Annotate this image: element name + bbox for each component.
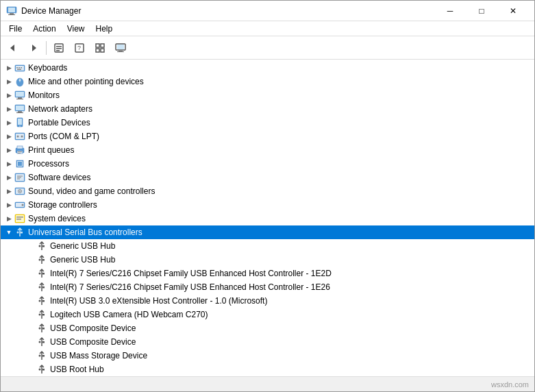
usb-host-icon-2 <box>36 282 47 293</box>
maximize-button[interactable]: □ <box>466 1 497 21</box>
usb-hub-icon-2 <box>36 254 47 265</box>
menu-view[interactable]: View <box>62 23 90 35</box>
svg-point-63 <box>22 204 24 206</box>
svg-rect-12 <box>96 44 99 47</box>
child-logitech-webcam[interactable]: Logitech USB Camera (HD Webcam C270) <box>1 308 534 321</box>
toolbar-properties[interactable] <box>49 39 69 57</box>
usb-composite-icon-1 <box>36 323 47 334</box>
content-wrapper: ▶ Keyboards ▶ <box>1 60 534 376</box>
close-button[interactable]: ✕ <box>497 1 529 21</box>
software-icon <box>14 172 25 183</box>
menu-help[interactable]: Help <box>90 23 119 35</box>
svg-rect-23 <box>18 67 20 69</box>
toolbar-scan[interactable] <box>90 39 110 57</box>
svg-rect-85 <box>42 341 45 343</box>
tree-item-print[interactable]: ▶ Print queues <box>1 143 534 157</box>
forward-icon <box>28 42 39 53</box>
child-label-8: USB Composite Device <box>50 335 136 349</box>
back-icon <box>8 42 18 53</box>
svg-point-28 <box>19 79 21 82</box>
toolbar-update[interactable]: ? <box>70 39 89 57</box>
menu-file[interactable]: File <box>3 23 27 35</box>
svg-rect-38 <box>18 119 22 125</box>
svg-rect-35 <box>18 111 22 112</box>
expand-arrow-sound[interactable]: ▶ <box>3 186 14 197</box>
sound-icon <box>14 186 25 197</box>
network-icon <box>14 103 25 114</box>
menu-action[interactable]: Action <box>27 23 61 35</box>
expand-arrow-keyboards[interactable]: ▶ <box>3 62 14 73</box>
expand-arrow-monitors[interactable]: ▶ <box>3 90 14 101</box>
device-tree[interactable]: ▶ Keyboards ▶ <box>1 60 534 376</box>
tree-item-usb[interactable]: ▼ Universal Serial Bus controllers <box>1 225 534 239</box>
processors-label: Processors <box>28 157 69 171</box>
svg-rect-79 <box>42 300 45 302</box>
child-usb-mass-storage[interactable]: USB Mass Storage Device <box>1 349 534 363</box>
usb-composite-icon-2 <box>36 336 47 347</box>
expand-arrow-ports[interactable]: ▶ <box>3 131 14 142</box>
tree-item-system[interactable]: ▶ System devices <box>1 212 534 225</box>
svg-rect-34 <box>16 106 24 110</box>
toolbar-back[interactable] <box>3 39 23 57</box>
svg-rect-9 <box>56 50 60 51</box>
expand-arrow-software[interactable]: ▶ <box>3 172 14 183</box>
child-intel-1e26[interactable]: Intel(R) 7 Series/C216 Chipset Family US… <box>1 280 534 294</box>
tree-item-portable[interactable]: ▶ Portable Devices <box>1 116 534 130</box>
tree-item-ports[interactable]: ▶ Ports (COM & LPT) <box>1 130 534 143</box>
tree-item-network[interactable]: ▶ Network adapters <box>1 102 534 116</box>
system-label: System devices <box>28 212 86 225</box>
child-usb-composite-1[interactable]: USB Composite Device <box>1 321 534 335</box>
expand-arrow-portable[interactable]: ▶ <box>3 117 14 128</box>
tree-item-storage[interactable]: ▶ Storage controllers <box>1 198 534 212</box>
title-bar-controls: ─ □ ✕ <box>434 1 529 21</box>
toolbar-monitor[interactable] <box>111 39 130 57</box>
svg-rect-14 <box>96 49 99 52</box>
svg-rect-24 <box>21 67 22 69</box>
child-intel-1e2d[interactable]: Intel(R) 7 Series/C216 Chipset Family US… <box>1 267 534 280</box>
child-usb3-host[interactable]: Intel(R) USB 3.0 eXtensible Host Control… <box>1 294 534 308</box>
svg-point-60 <box>19 191 21 192</box>
svg-rect-48 <box>18 153 21 154</box>
svg-rect-45 <box>17 146 23 149</box>
portable-label: Portable Devices <box>28 116 90 130</box>
usb-root-icon-1 <box>36 364 47 375</box>
print-icon <box>14 145 25 156</box>
menu-bar: File Action View Help <box>1 21 534 36</box>
system-icon <box>14 213 25 224</box>
child-label-1: Generic USB Hub <box>50 239 115 253</box>
expand-arrow-usb[interactable]: ▼ <box>3 227 14 238</box>
svg-rect-87 <box>42 355 45 357</box>
child-usb-composite-2[interactable]: USB Composite Device <box>1 335 534 349</box>
tree-item-software[interactable]: ▶ Software devices <box>1 171 534 184</box>
window-title: Device Manager <box>21 6 81 16</box>
child-generic-usb-hub-2[interactable]: Generic USB Hub <box>1 253 534 267</box>
usb-label: Universal Serial Bus controllers <box>28 225 142 239</box>
update-icon: ? <box>74 42 85 53</box>
svg-point-39 <box>19 125 21 127</box>
tree-item-monitors[interactable]: ▶ Monitors <box>1 88 534 102</box>
toolbar-forward[interactable] <box>24 39 43 57</box>
svg-rect-19 <box>117 51 124 52</box>
child-label-3: Intel(R) 7 Series/C216 Chipset Family US… <box>50 267 332 280</box>
toolbar: ? <box>1 36 534 60</box>
tree-item-keyboards[interactable]: ▶ Keyboards <box>1 61 534 75</box>
tree-item-processors[interactable]: ▶ Processors <box>1 157 534 171</box>
expand-arrow-storage[interactable]: ▶ <box>3 199 14 210</box>
tree-item-sound[interactable]: ▶ Sound, video and game controllers <box>1 184 534 198</box>
child-usb-root-hub-1[interactable]: USB Root Hub <box>1 363 534 376</box>
expand-arrow-processors[interactable]: ▶ <box>3 158 14 169</box>
expand-arrow-network[interactable]: ▶ <box>3 103 14 114</box>
title-bar: Device Manager ─ □ ✕ <box>1 1 534 21</box>
child-generic-usb-hub-1[interactable]: Generic USB Hub <box>1 239 534 253</box>
print-label: Print queues <box>28 143 74 157</box>
minimize-button[interactable]: ─ <box>434 1 466 21</box>
expand-arrow-system[interactable]: ▶ <box>3 213 14 224</box>
svg-rect-25 <box>17 69 21 71</box>
expand-arrow-mice[interactable]: ▶ <box>3 76 14 87</box>
svg-rect-15 <box>101 49 104 52</box>
expand-arrow-print[interactable]: ▶ <box>3 145 14 156</box>
tree-item-mice[interactable]: ▶ Mice and other pointing devices <box>1 75 534 88</box>
child-label-9: USB Mass Storage Device <box>50 349 147 363</box>
svg-rect-73 <box>42 259 45 261</box>
storage-icon <box>14 199 25 210</box>
